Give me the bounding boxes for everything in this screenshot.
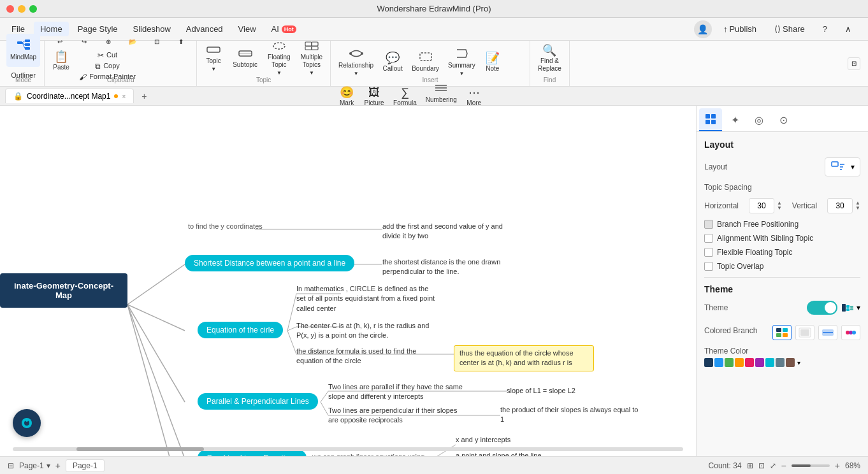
boundary-button[interactable]: Boundary: [408, 46, 443, 79]
floating-topic-button[interactable]: FloatingTopic ▼: [264, 42, 294, 75]
new-button[interactable]: ⊕: [97, 35, 120, 49]
summary-button[interactable]: Summary ▼: [444, 46, 479, 79]
topic-shortest-distance[interactable]: Shortest Distance between a point and a …: [185, 255, 354, 271]
vertical-down[interactable]: ▼: [855, 206, 860, 211]
branch-style-3-icon: [821, 327, 834, 338]
mindmap-button[interactable]: MindMap: [6, 34, 40, 67]
svg-rect-3: [25, 47, 30, 50]
branch-style-4-icon: [844, 327, 857, 338]
panel-tab-ai[interactable]: ✦: [723, 108, 746, 131]
vertical-value[interactable]: 30: [827, 198, 853, 213]
multiple-topics-button[interactable]: MultipleTopics ▼: [297, 42, 326, 75]
branch-style-3[interactable]: [818, 325, 837, 340]
expand-toolbar-button[interactable]: ⊡: [848, 57, 860, 70]
note-button[interactable]: 📝 Note: [481, 46, 505, 79]
copy-button[interactable]: ⧉ Copy: [76, 61, 138, 71]
vertical-arrows[interactable]: ▲ ▼: [855, 201, 860, 211]
y-coord-label[interactable]: to find the y coordinates: [188, 222, 263, 231]
branch-style-1[interactable]: [772, 325, 792, 340]
branch-style-2[interactable]: [795, 325, 814, 340]
theme-toggle[interactable]: [807, 301, 837, 315]
topic-equation-circle[interactable]: Equation of the cirle: [198, 322, 283, 338]
circle-desc-2[interactable]: the distance formula is used to find the…: [296, 347, 437, 366]
ai-assistant-button[interactable]: [13, 409, 41, 437]
color-3[interactable]: [725, 358, 734, 367]
alignment-sibling-checkbox[interactable]: [704, 234, 713, 243]
canvas-scrollbar[interactable]: [13, 447, 683, 451]
horizontal-arrows[interactable]: ▲ ▼: [777, 201, 782, 211]
add-page-button[interactable]: +: [55, 461, 61, 471]
flexible-floating-checkbox[interactable]: [704, 248, 713, 257]
parallel-result-0[interactable]: slope of L1 = slope L2: [507, 386, 575, 396]
color-5[interactable]: [745, 358, 754, 367]
panel-tab-layout[interactable]: [699, 108, 722, 131]
relationship-button[interactable]: Relationship ▼: [335, 46, 377, 79]
topic-button[interactable]: Topic ▼: [201, 42, 226, 75]
fullscreen-button[interactable]: ⤢: [770, 461, 776, 470]
current-page-tab[interactable]: Page-1: [66, 459, 105, 472]
color-7[interactable]: [765, 358, 774, 367]
theme-section-title: Theme: [704, 284, 860, 294]
color-1[interactable]: [704, 358, 713, 367]
circle-desc-3[interactable]: thus the equation of the circle whose ce…: [454, 345, 594, 371]
circle-desc-1[interactable]: The center C is at (h, k), r is the radi…: [296, 321, 437, 341]
minimize-button[interactable]: [18, 5, 25, 13]
topic-parallel-lines[interactable]: Parallel & Perpendicular Lines: [198, 393, 318, 410]
branch-style-4[interactable]: [841, 325, 860, 340]
topic-overlap-checkbox[interactable]: [704, 262, 713, 271]
canvas[interactable]: inate-Geometry-Concept-Map to find the y…: [0, 106, 696, 456]
share-button[interactable]: ⟨⟩Share: [768, 22, 811, 36]
parallel-result-1[interactable]: the product of their slopes is always eq…: [500, 405, 640, 425]
color-6[interactable]: [755, 358, 764, 367]
horizontal-value[interactable]: 30: [749, 198, 774, 213]
open-button[interactable]: 📂: [121, 35, 144, 49]
layout-dropdown[interactable]: ▾: [825, 157, 860, 176]
horizontal-down[interactable]: ▼: [777, 206, 782, 211]
panel-tab-location[interactable]: ◎: [748, 108, 770, 131]
toggle-sidebar-button[interactable]: ⊟: [8, 461, 14, 470]
help-button[interactable]: ?: [816, 22, 834, 36]
redo-button[interactable]: ↪: [73, 35, 96, 49]
collapse-button[interactable]: ∧: [839, 22, 858, 36]
parallel-desc-0[interactable]: Two lines are parallel if they have the …: [328, 382, 468, 402]
fit-page-button[interactable]: ⊡: [758, 461, 765, 470]
find-replace-button[interactable]: 🔍 Find &Replace: [534, 42, 565, 75]
toolbar: MindMap Outliner Mode ↩ ↪ ⊕ 📂 ⊡ ⬆ 📋 Past…: [0, 41, 868, 87]
central-topic[interactable]: inate-Geometry-Concept-Map: [0, 273, 127, 308]
zoom-out-button[interactable]: −: [781, 461, 786, 471]
theme-dropdown[interactable]: ▾: [841, 303, 860, 312]
theme-color-dropdown[interactable]: ▾: [797, 359, 800, 366]
zoom-slider[interactable]: [792, 464, 830, 467]
cut-button[interactable]: ✂ Cut: [76, 50, 138, 61]
subtopic-button[interactable]: Subtopic: [229, 42, 261, 75]
svg-rect-7: [207, 47, 220, 52]
circle-desc-0[interactable]: In mathematics , CIRCLE is defined as th…: [296, 284, 437, 313]
page-tab[interactable]: Page-1 ▾: [19, 461, 50, 470]
branch-free-checkbox[interactable]: [704, 220, 713, 229]
zoom-in-button[interactable]: +: [835, 461, 840, 471]
color-8[interactable]: [776, 358, 785, 367]
parallel-desc-1[interactable]: Two lines are perpendicular if their slo…: [328, 406, 468, 426]
color-2[interactable]: [714, 358, 723, 367]
color-9[interactable]: [786, 358, 795, 367]
multi-page-view-button[interactable]: ⊞: [747, 461, 753, 470]
shortest-distance-desc[interactable]: the shortest distance is the one drawn p…: [382, 257, 523, 277]
recover-button[interactable]: ⊡: [145, 35, 168, 49]
layout-dropdown-arrow: ▾: [851, 162, 855, 171]
undo-button[interactable]: ↩: [48, 35, 71, 49]
maximize-button[interactable]: [29, 5, 37, 13]
canvas-scrollbar-thumb[interactable]: [76, 447, 204, 451]
callout-button[interactable]: 💬 Callout: [379, 46, 407, 79]
tab-close-button[interactable]: ×: [122, 93, 126, 100]
y-coord-text[interactable]: add the first and second value of y and …: [382, 222, 523, 241]
menu-view[interactable]: View: [232, 22, 263, 36]
close-button[interactable]: [6, 5, 14, 13]
publish-button[interactable]: ↑Publish: [717, 22, 763, 36]
paste-button[interactable]: 📋 Paste: [48, 50, 74, 72]
menu-ai[interactable]: AI Hot: [265, 22, 303, 36]
user-avatar[interactable]: 👤: [694, 20, 712, 38]
zoom-percent[interactable]: 68%: [845, 461, 860, 470]
color-4[interactable]: [735, 358, 744, 367]
export-button[interactable]: ⬆: [170, 35, 192, 49]
panel-tab-shield[interactable]: ⊙: [772, 108, 795, 131]
